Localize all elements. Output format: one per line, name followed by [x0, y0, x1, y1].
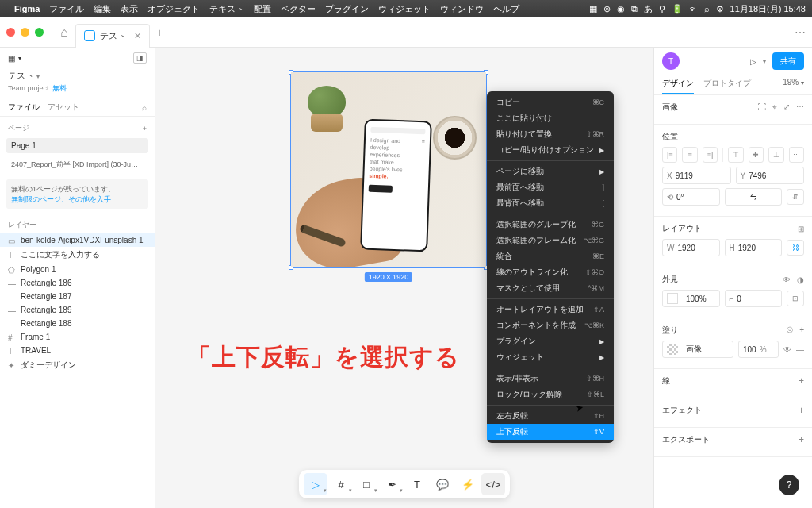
layer-item[interactable]: #Frame 1	[0, 330, 155, 344]
status-battery-icon[interactable]: 🔋	[672, 4, 683, 14]
menu-text[interactable]: テキスト	[209, 3, 244, 15]
align-vcenter-button[interactable]: ✚	[749, 147, 764, 163]
align-more-button[interactable]: ⋯	[789, 147, 804, 163]
text-tool[interactable]: T	[405, 473, 429, 495]
plan-badge[interactable]: 無料	[52, 84, 67, 92]
add-stroke-button[interactable]: +	[799, 375, 804, 387]
share-button[interactable]: 共有	[772, 52, 804, 70]
status-input-icon[interactable]: あ	[644, 3, 653, 15]
context-menu-item[interactable]: 表示/非表示⇧⌘H	[487, 371, 614, 387]
team-name[interactable]: Team project	[8, 84, 49, 92]
style-icon[interactable]: ⦾	[787, 325, 793, 335]
comment-tool[interactable]: 💬	[431, 473, 454, 495]
status-bluetooth-icon[interactable]: ⚲	[659, 4, 665, 14]
close-tab-icon[interactable]: ✕	[134, 31, 141, 41]
context-menu[interactable]: コピー⌘Cここに貼り付け貼り付けて置換⇧⌘Rコピー/貼り付けオプション▶ページに…	[487, 91, 614, 443]
zoom-window-icon[interactable]	[35, 28, 44, 37]
status-headphones-icon[interactable]: ⊚	[603, 4, 611, 14]
zoom-level[interactable]: 19% ▾	[783, 78, 804, 94]
context-menu-item[interactable]: 貼り付けて置換⇧⌘R	[487, 126, 614, 142]
status-control-icon[interactable]: ⚙	[716, 4, 724, 14]
menu-window[interactable]: ウィンドウ	[440, 3, 484, 15]
layer-item[interactable]: TTRAVEL	[0, 344, 155, 357]
user-avatar[interactable]: T	[662, 52, 680, 70]
context-menu-item[interactable]: オートレイアウトを追加⇧A	[487, 302, 614, 318]
dev-mode-toggle[interactable]: </>	[481, 473, 505, 495]
corner-detail-icon[interactable]: ⊡	[787, 291, 804, 306]
align-hcenter-button[interactable]: ≡	[682, 147, 697, 163]
flip-v-button[interactable]: ⇵	[787, 189, 804, 205]
context-menu-item[interactable]: 選択範囲のグループ化⌘G	[487, 217, 614, 233]
close-window-icon[interactable]	[6, 28, 15, 37]
constrain-icon[interactable]: ⛓	[787, 240, 804, 256]
menu-vector[interactable]: ベクター	[281, 3, 316, 15]
shape-tool[interactable]: □▾	[354, 473, 378, 495]
file-tab[interactable]: テスト ✕	[75, 24, 150, 48]
actions-tool[interactable]: ⚡	[456, 473, 480, 495]
menu-file[interactable]: ファイル	[49, 3, 84, 15]
layer-item[interactable]: —Rectangle 189	[0, 303, 155, 317]
search-icon[interactable]: ⌕	[142, 103, 147, 112]
app-name[interactable]: Figma	[14, 4, 40, 13]
menu-view[interactable]: 表示	[121, 3, 138, 15]
fill-visibility-icon[interactable]: 👁	[783, 345, 791, 354]
add-export-button[interactable]: +	[799, 434, 804, 445]
blend-icon[interactable]: ◑	[797, 275, 804, 284]
flip-h-button[interactable]: ⇋	[725, 188, 783, 206]
layer-item[interactable]: —Rectangle 187	[0, 290, 155, 303]
align-left-button[interactable]: |≡	[662, 147, 677, 163]
layer-item[interactable]: —Rectangle 188	[0, 317, 155, 330]
expand-icon[interactable]: ⤢	[783, 102, 790, 112]
layer-item[interactable]: ✦ダミーデザイン	[0, 357, 155, 373]
height-input[interactable]: H1920	[725, 239, 783, 256]
corner-radius-input[interactable]: ⌐0	[725, 290, 783, 307]
context-menu-item[interactable]: 左右反転⇧H	[487, 408, 614, 424]
move-tool[interactable]: ▷▾	[304, 473, 327, 495]
titlebar-more-icon[interactable]: ⋯	[795, 26, 806, 39]
menu-arrange[interactable]: 配置	[254, 3, 271, 15]
align-bottom-button[interactable]: ⊥	[768, 147, 783, 163]
opacity-input[interactable]: 100%	[662, 290, 720, 307]
file-name[interactable]: テスト	[8, 71, 34, 80]
tab-file[interactable]: ファイル	[8, 102, 40, 113]
menu-widget[interactable]: ウィジェット	[378, 3, 431, 15]
rotation-input[interactable]: ⟲0°	[662, 188, 720, 206]
context-menu-item[interactable]: コピー/貼り付けオプション▶	[487, 142, 614, 158]
page-item[interactable]: Page 1	[6, 138, 148, 153]
crop-icon[interactable]: ⛶	[758, 102, 766, 112]
context-menu-item[interactable]: ウィジェット▶	[487, 349, 614, 365]
selected-image[interactable]: ≡ I design and develop experiences that …	[291, 72, 486, 267]
menu-plugin[interactable]: プラグイン	[325, 3, 369, 15]
context-menu-item[interactable]: ページに移動▶	[487, 164, 614, 179]
status-wifi-icon[interactable]: ᯤ	[689, 4, 698, 13]
add-fill-button[interactable]: +	[799, 325, 804, 335]
tab-assets[interactable]: アセット	[48, 102, 79, 113]
layer-item[interactable]: ▭ben-kolde-Ajcipx1VDXI-unsplash 1	[0, 233, 155, 247]
status-clock[interactable]: 11月18日(月) 15:48	[730, 3, 806, 15]
present-dropdown[interactable]: ▾	[763, 58, 766, 65]
context-menu-item[interactable]: ここに貼り付け	[487, 110, 614, 126]
width-input[interactable]: W1920	[662, 239, 720, 256]
align-right-button[interactable]: ≡|	[703, 147, 718, 163]
context-menu-item[interactable]: コピー⌘C	[487, 94, 614, 110]
fill-opacity[interactable]: 100%	[738, 341, 779, 358]
status-line-icon[interactable]: ◉	[617, 4, 625, 14]
layer-item[interactable]: ⬠Polygon 1	[0, 263, 155, 276]
canvas[interactable]: ≡ I design and develop experiences that …	[155, 48, 653, 508]
add-page-button[interactable]: +	[143, 125, 147, 133]
frame-tool[interactable]: #▾	[329, 473, 353, 495]
status-figma-icon[interactable]: ▦	[589, 4, 597, 14]
layer-item[interactable]: —Rectangle 186	[0, 276, 155, 290]
context-menu-item[interactable]: 最背面へ移動[	[487, 195, 614, 211]
status-display-icon[interactable]: ⧉	[631, 4, 638, 14]
minimize-window-icon[interactable]	[21, 28, 29, 37]
present-button[interactable]: ▷	[750, 57, 756, 66]
context-menu-item[interactable]: ロック/ロック解除⇧⌘L	[487, 387, 614, 402]
menu-help[interactable]: ヘルプ	[493, 3, 519, 15]
visibility-icon[interactable]: 👁	[783, 275, 791, 284]
tab-design[interactable]: デザイン	[662, 78, 694, 94]
panel-toggle-icon[interactable]: ◨	[133, 52, 147, 64]
context-menu-item[interactable]: コンポーネントを作成⌥⌘K	[487, 318, 614, 333]
menu-edit[interactable]: 編集	[94, 3, 111, 15]
page-item[interactable]: 2407_Report_前半 [XD Import] (30-Ju…	[6, 156, 148, 173]
